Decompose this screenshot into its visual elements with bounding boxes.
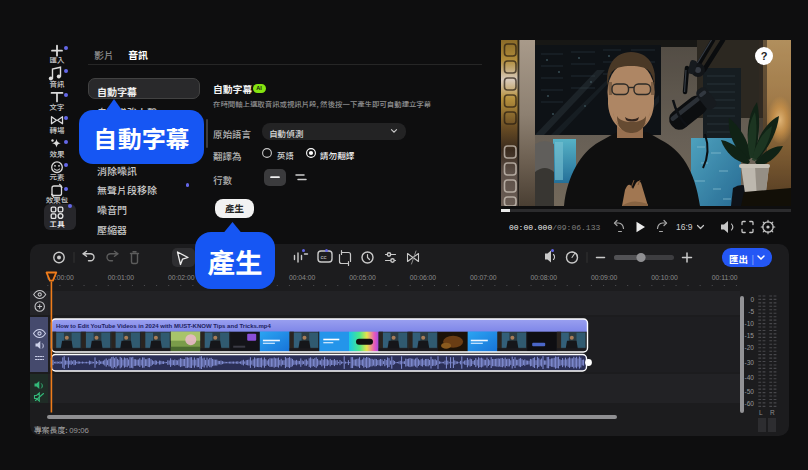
svg-text:How to Edit YouTube Videos in: How to Edit YouTube Videos in 2024 with … <box>56 323 271 329</box>
